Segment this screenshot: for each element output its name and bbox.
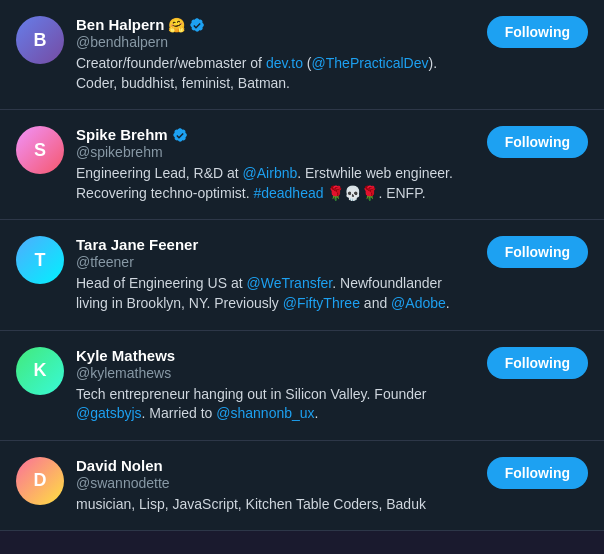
follow-button[interactable]: Following [487,126,588,158]
display-name: Spike Brehm [76,126,168,143]
bio-mention[interactable]: @FiftyThree [283,295,360,311]
user-emoji: 🤗 [168,17,185,33]
user-card-tara-jane-feener: TTara Jane Feener@tfeenerHead of Enginee… [0,220,604,330]
user-list: BBen Halpern🤗@bendhalpernCreator/founder… [0,0,604,531]
user-info: Kyle Mathews@kylemathewsTech entrepreneu… [76,347,475,424]
display-name: Kyle Mathews [76,347,175,364]
user-bio: Tech entrepreneur hanging out in Silicon… [76,385,475,424]
username: @spikebrehm [76,144,475,160]
bio-mention[interactable]: @WeTransfer [246,275,332,291]
bio-mention[interactable]: dev.to [266,55,303,71]
user-info: David Nolen@swannodettemusician, Lisp, J… [76,457,475,515]
user-card-david-nolen: DDavid Nolen@swannodettemusician, Lisp, … [0,441,604,532]
user-card-kyle-mathews: KKyle Mathews@kylemathewsTech entreprene… [0,331,604,441]
name-row: Kyle Mathews [76,347,475,364]
bio-mention[interactable]: @shannonb_ux [216,405,314,421]
user-bio: musician, Lisp, JavaScript, Kitchen Tabl… [76,495,475,515]
bio-mention[interactable]: @gatsbyjs [76,405,142,421]
follow-button[interactable]: Following [487,236,588,268]
bio-mention[interactable]: #deadhead [253,185,323,201]
user-card-ben-halpern: BBen Halpern🤗@bendhalpernCreator/founder… [0,0,604,110]
user-info: Ben Halpern🤗@bendhalpernCreator/founder/… [76,16,475,93]
name-row: Tara Jane Feener [76,236,475,253]
bio-mention[interactable]: @Adobe [391,295,446,311]
user-card-spike-brehm: SSpike Brehm@spikebrehmEngineering Lead,… [0,110,604,220]
username: @swannodette [76,475,475,491]
avatar[interactable]: S [16,126,64,174]
bio-mention[interactable]: @Airbnb [243,165,298,181]
follow-button[interactable]: Following [487,347,588,379]
user-bio: Engineering Lead, R&D at @Airbnb. Erstwh… [76,164,475,203]
user-info: Tara Jane Feener@tfeenerHead of Engineer… [76,236,475,313]
avatar[interactable]: B [16,16,64,64]
avatar[interactable]: T [16,236,64,284]
username: @tfeener [76,254,475,270]
display-name: Tara Jane Feener [76,236,198,253]
name-row: Spike Brehm [76,126,475,143]
verified-badge-icon [189,17,205,33]
name-row: David Nolen [76,457,475,474]
avatar[interactable]: D [16,457,64,505]
username: @bendhalpern [76,34,475,50]
user-info: Spike Brehm@spikebrehmEngineering Lead, … [76,126,475,203]
bio-mention[interactable]: @ThePracticalDev [312,55,429,71]
avatar[interactable]: K [16,347,64,395]
display-name: David Nolen [76,457,163,474]
name-row: Ben Halpern🤗 [76,16,475,33]
username: @kylemathews [76,365,475,381]
verified-badge-icon [172,127,188,143]
user-bio: Creator/founder/webmaster of dev.to (@Th… [76,54,475,93]
user-bio: Head of Engineering US at @WeTransfer. N… [76,274,475,313]
follow-button[interactable]: Following [487,16,588,48]
display-name: Ben Halpern [76,16,164,33]
follow-button[interactable]: Following [487,457,588,489]
